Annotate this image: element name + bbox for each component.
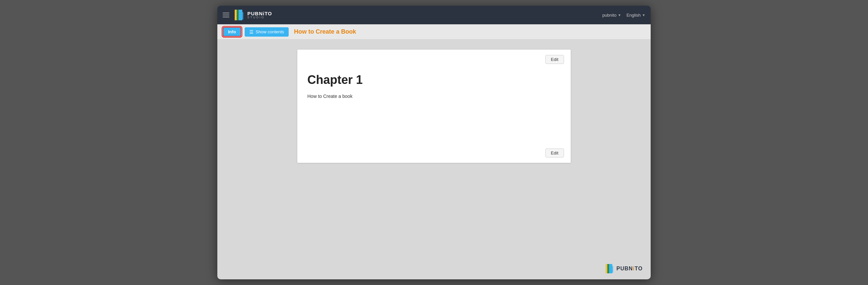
logo-name: PUBNiTO: [247, 11, 272, 16]
toolbar: Info ☰ Show contents How to Create a Boo…: [217, 24, 651, 40]
content-card: Edit Chapter 1 How to Create a book Edit: [297, 49, 571, 163]
user-label: pubnito: [602, 13, 617, 17]
list-icon: ☰: [249, 29, 254, 35]
browser-window: PUBNiTO STUDIO pubnito ▼ English ▼ Info …: [217, 6, 651, 279]
navbar-right: pubnito ▼ English ▼: [602, 13, 645, 17]
show-contents-label: Show contents: [256, 29, 284, 34]
show-contents-button[interactable]: ☰ Show contents: [245, 27, 289, 37]
chapter-title: Chapter 1: [307, 73, 561, 87]
footer-logo-text: PUBNiTO: [616, 266, 643, 272]
svg-rect-6: [607, 264, 609, 273]
info-button[interactable]: Info: [223, 27, 241, 37]
language-menu[interactable]: English ▼: [626, 13, 645, 17]
logo-text: PUBNiTO STUDIO: [247, 11, 272, 19]
navbar: PUBNiTO STUDIO pubnito ▼ English ▼: [217, 6, 651, 24]
main-content: Edit Chapter 1 How to Create a book Edit…: [217, 40, 651, 279]
svg-rect-2: [237, 10, 239, 20]
footer-logo-accent: i: [633, 266, 635, 271]
edit-button-bottom[interactable]: Edit: [545, 148, 564, 157]
footer-logo-icon: [605, 263, 614, 274]
edit-button-top[interactable]: Edit: [545, 55, 564, 64]
page-title: How to Create a Book: [294, 28, 356, 35]
lang-dropdown-arrow: ▼: [642, 13, 645, 17]
logo-sub: STUDIO: [247, 16, 272, 19]
user-menu[interactable]: pubnito ▼: [602, 13, 621, 17]
hamburger-menu[interactable]: [223, 13, 229, 17]
user-dropdown-arrow: ▼: [618, 13, 621, 17]
navbar-left: PUBNiTO STUDIO: [223, 9, 272, 21]
pubnito-logo-icon: [234, 9, 245, 21]
logo-area: PUBNiTO STUDIO: [234, 9, 272, 21]
footer-logo: PUBNiTO: [605, 263, 643, 274]
lang-label: English: [626, 13, 641, 17]
chapter-subtitle: How to Create a book: [307, 94, 561, 99]
